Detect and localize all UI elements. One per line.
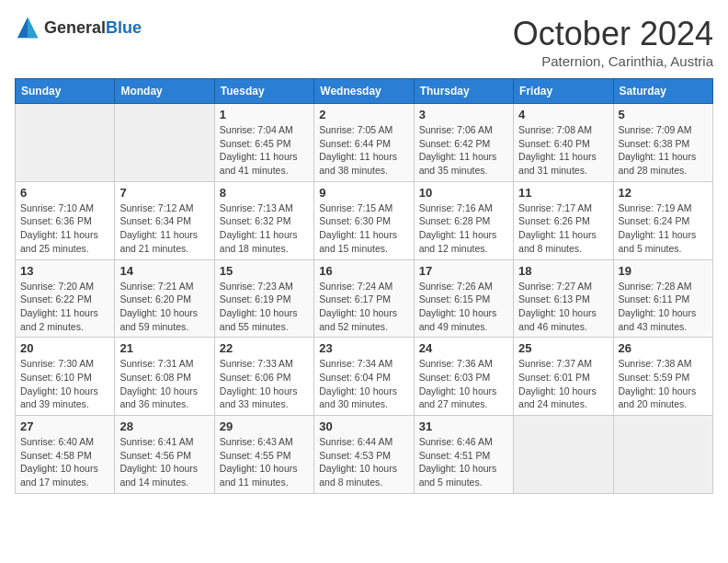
calendar-cell: 5Sunrise: 7:09 AMSunset: 6:38 PMDaylight… [613, 104, 712, 182]
calendar-cell: 3Sunrise: 7:06 AMSunset: 6:42 PMDaylight… [414, 104, 513, 182]
logo-icon [15, 15, 40, 40]
calendar-cell [613, 416, 712, 494]
day-info: Sunrise: 6:40 AMSunset: 4:58 PMDaylight:… [20, 435, 109, 489]
weekday-header-tuesday: Tuesday [214, 79, 313, 104]
logo-blue: Blue [106, 18, 142, 37]
day-info: Sunrise: 6:44 AMSunset: 4:53 PMDaylight:… [319, 435, 408, 489]
calendar-cell: 20Sunrise: 7:30 AMSunset: 6:10 PMDayligh… [16, 338, 115, 416]
calendar-cell: 27Sunrise: 6:40 AMSunset: 4:58 PMDayligh… [16, 416, 115, 494]
day-info: Sunrise: 7:31 AMSunset: 6:08 PMDaylight:… [119, 357, 209, 411]
day-number: 6 [20, 186, 109, 200]
weekday-header-row: SundayMondayTuesdayWednesdayThursdayFrid… [16, 79, 713, 104]
day-number: 23 [319, 341, 408, 355]
weekday-header-sunday: Sunday [16, 79, 115, 104]
day-info: Sunrise: 7:15 AMSunset: 6:30 PMDaylight:… [319, 201, 408, 256]
day-info: Sunrise: 7:30 AMSunset: 6:10 PMDaylight:… [20, 357, 109, 411]
calendar-cell [514, 416, 613, 494]
weekday-header-monday: Monday [115, 79, 214, 104]
calendar-cell: 18Sunrise: 7:27 AMSunset: 6:13 PMDayligh… [514, 259, 613, 338]
calendar-cell: 31Sunrise: 6:46 AMSunset: 4:51 PMDayligh… [414, 416, 513, 494]
calendar-cell: 23Sunrise: 7:34 AMSunset: 6:04 PMDayligh… [314, 338, 414, 416]
calendar-cell: 8Sunrise: 7:13 AMSunset: 6:32 PMDaylight… [214, 181, 313, 259]
day-info: Sunrise: 7:16 AMSunset: 6:28 PMDaylight:… [419, 201, 508, 256]
day-number: 17 [419, 264, 508, 278]
day-info: Sunrise: 7:34 AMSunset: 6:04 PMDaylight:… [319, 357, 408, 411]
weekday-header-thursday: Thursday [414, 79, 513, 104]
calendar-week-4: 20Sunrise: 7:30 AMSunset: 6:10 PMDayligh… [16, 338, 713, 416]
day-info: Sunrise: 7:27 AMSunset: 6:13 PMDaylight:… [518, 280, 608, 334]
day-number: 7 [119, 186, 209, 200]
day-number: 25 [518, 341, 608, 355]
calendar-cell: 10Sunrise: 7:16 AMSunset: 6:28 PMDayligh… [414, 181, 513, 259]
calendar-cell: 22Sunrise: 7:33 AMSunset: 6:06 PMDayligh… [214, 338, 313, 416]
weekday-header-wednesday: Wednesday [314, 79, 414, 104]
day-number: 10 [419, 186, 508, 200]
calendar-cell: 15Sunrise: 7:23 AMSunset: 6:19 PMDayligh… [214, 259, 313, 338]
calendar-cell: 25Sunrise: 7:37 AMSunset: 6:01 PMDayligh… [514, 338, 613, 416]
calendar-cell: 13Sunrise: 7:20 AMSunset: 6:22 PMDayligh… [16, 259, 115, 338]
day-info: Sunrise: 7:24 AMSunset: 6:17 PMDaylight:… [319, 280, 408, 334]
day-number: 9 [319, 186, 408, 200]
day-number: 27 [20, 419, 109, 433]
calendar-cell: 12Sunrise: 7:19 AMSunset: 6:24 PMDayligh… [613, 181, 712, 259]
calendar-cell [115, 104, 214, 182]
calendar-week-3: 13Sunrise: 7:20 AMSunset: 6:22 PMDayligh… [16, 259, 713, 338]
day-number: 1 [220, 108, 309, 121]
calendar-cell: 9Sunrise: 7:15 AMSunset: 6:30 PMDaylight… [314, 181, 414, 259]
calendar-cell: 19Sunrise: 7:28 AMSunset: 6:11 PMDayligh… [613, 259, 712, 338]
day-number: 22 [220, 341, 309, 355]
logo-general: General [44, 18, 106, 37]
calendar-week-2: 6Sunrise: 7:10 AMSunset: 6:36 PMDaylight… [16, 181, 713, 259]
day-number: 13 [20, 264, 109, 278]
calendar-cell: 4Sunrise: 7:08 AMSunset: 6:40 PMDaylight… [514, 104, 613, 182]
calendar-cell: 6Sunrise: 7:10 AMSunset: 6:36 PMDaylight… [16, 181, 115, 259]
page-header: GeneralBlue October 2024 Paternion, Cari… [15, 15, 713, 69]
calendar-week-1: 1Sunrise: 7:04 AMSunset: 6:45 PMDaylight… [16, 104, 713, 182]
title-block: October 2024 Paternion, Carinthia, Austr… [513, 15, 713, 69]
weekday-header-friday: Friday [514, 79, 613, 104]
day-info: Sunrise: 7:20 AMSunset: 6:22 PMDaylight:… [20, 280, 109, 334]
day-info: Sunrise: 7:23 AMSunset: 6:19 PMDaylight:… [220, 280, 309, 334]
day-number: 30 [319, 419, 408, 433]
calendar-cell: 14Sunrise: 7:21 AMSunset: 6:20 PMDayligh… [115, 259, 214, 338]
day-number: 18 [518, 264, 608, 278]
day-info: Sunrise: 7:33 AMSunset: 6:06 PMDaylight:… [220, 357, 309, 411]
calendar-cell: 29Sunrise: 6:43 AMSunset: 4:55 PMDayligh… [214, 416, 313, 494]
day-info: Sunrise: 7:19 AMSunset: 6:24 PMDaylight:… [619, 201, 708, 256]
day-number: 24 [419, 341, 508, 355]
day-info: Sunrise: 7:05 AMSunset: 6:44 PMDaylight:… [319, 123, 408, 178]
day-info: Sunrise: 7:37 AMSunset: 6:01 PMDaylight:… [518, 357, 608, 411]
day-number: 16 [319, 264, 408, 278]
day-info: Sunrise: 6:41 AMSunset: 4:56 PMDaylight:… [119, 435, 209, 489]
day-info: Sunrise: 7:13 AMSunset: 6:32 PMDaylight:… [220, 201, 309, 256]
weekday-header-saturday: Saturday [613, 79, 712, 104]
day-info: Sunrise: 7:09 AMSunset: 6:38 PMDaylight:… [619, 123, 708, 178]
day-number: 4 [518, 108, 608, 121]
day-info: Sunrise: 6:46 AMSunset: 4:51 PMDaylight:… [419, 435, 508, 489]
day-number: 8 [220, 186, 309, 200]
day-number: 11 [518, 186, 608, 200]
day-number: 28 [119, 419, 209, 433]
day-info: Sunrise: 7:26 AMSunset: 6:15 PMDaylight:… [419, 280, 508, 334]
day-info: Sunrise: 7:12 AMSunset: 6:34 PMDaylight:… [119, 201, 209, 256]
calendar-cell: 30Sunrise: 6:44 AMSunset: 4:53 PMDayligh… [314, 416, 414, 494]
day-number: 3 [419, 108, 508, 121]
day-info: Sunrise: 7:38 AMSunset: 5:59 PMDaylight:… [619, 357, 708, 411]
day-number: 14 [119, 264, 209, 278]
calendar-cell [16, 104, 115, 182]
day-info: Sunrise: 6:43 AMSunset: 4:55 PMDaylight:… [220, 435, 309, 489]
month-title: October 2024 [513, 15, 713, 53]
day-info: Sunrise: 7:04 AMSunset: 6:45 PMDaylight:… [220, 123, 309, 178]
calendar-cell: 26Sunrise: 7:38 AMSunset: 5:59 PMDayligh… [613, 338, 712, 416]
day-number: 12 [619, 186, 708, 200]
calendar-cell: 17Sunrise: 7:26 AMSunset: 6:15 PMDayligh… [414, 259, 513, 338]
calendar-table: SundayMondayTuesdayWednesdayThursdayFrid… [15, 78, 713, 494]
logo: GeneralBlue [15, 15, 142, 40]
day-info: Sunrise: 7:36 AMSunset: 6:03 PMDaylight:… [419, 357, 508, 411]
svg-marker-1 [28, 17, 38, 38]
calendar-cell: 2Sunrise: 7:05 AMSunset: 6:44 PMDaylight… [314, 104, 414, 182]
calendar-cell: 16Sunrise: 7:24 AMSunset: 6:17 PMDayligh… [314, 259, 414, 338]
day-info: Sunrise: 7:08 AMSunset: 6:40 PMDaylight:… [518, 123, 608, 178]
calendar-week-5: 27Sunrise: 6:40 AMSunset: 4:58 PMDayligh… [16, 416, 713, 494]
day-info: Sunrise: 7:28 AMSunset: 6:11 PMDaylight:… [619, 280, 708, 334]
